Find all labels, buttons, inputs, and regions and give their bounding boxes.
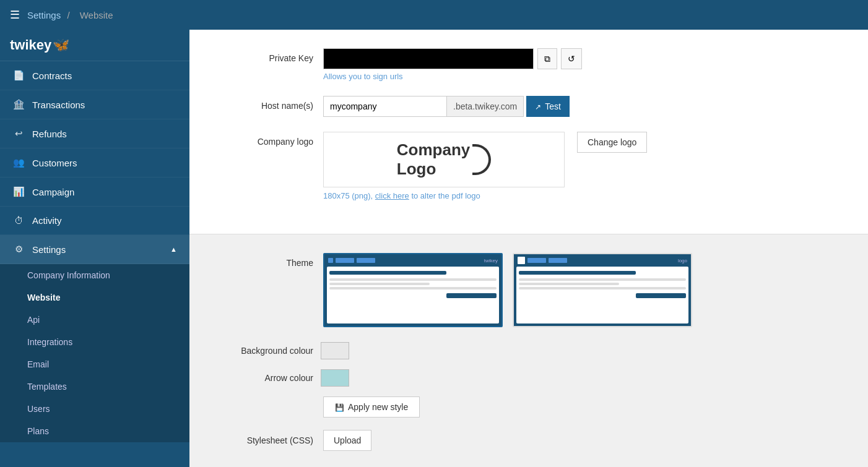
sidebar-logo: twikey 🦋 (0, 30, 189, 61)
theme-dot-1 (328, 258, 333, 263)
private-key-label: Private Key (214, 48, 313, 63)
sidebar-sub-plans[interactable]: Plans (0, 420, 189, 442)
contracts-icon: 📄 (12, 70, 25, 81)
stylesheet-row: Stylesheet (CSS) Upload (214, 430, 843, 451)
hostname-suffix: .beta.twikey.com (447, 96, 524, 117)
external-link-icon (535, 101, 541, 111)
breadcrumb: Settings / Website (27, 10, 117, 20)
refunds-icon: ↩ (12, 128, 25, 139)
bg-colour-label: Background colour (214, 346, 313, 356)
sidebar-item-customers[interactable]: 👥 Customers (0, 148, 189, 178)
sidebar-submenu: Company Information Website Api Integrat… (0, 264, 189, 442)
sidebar-sub-website[interactable]: Website (0, 286, 189, 309)
apply-new-style-button[interactable]: Apply new style (323, 396, 420, 418)
private-key-input[interactable] (323, 48, 534, 69)
arrow-colour-label: Arrow colour (214, 373, 313, 383)
theme-line-4 (519, 278, 686, 281)
theme-top-bar-2: logo (514, 254, 691, 267)
theme-top-bar-1: twikey (324, 254, 501, 267)
private-key-input-row (323, 48, 843, 69)
sidebar-item-label: Customers (32, 158, 77, 168)
theme-option-1[interactable]: twikey (323, 253, 503, 327)
sidebar-sub-templates[interactable]: Templates (0, 375, 189, 398)
main-content: Private Key Allows you to sign urls (189, 30, 868, 467)
theme-logo-text: twikey (484, 258, 498, 263)
sidebar-item-label: Activity (32, 215, 62, 226)
settings-arrow-icon: ▲ (170, 246, 177, 253)
sidebar-item-campaign[interactable]: 📊 Campaign (0, 178, 189, 207)
breadcrumb-separator: / (67, 10, 69, 20)
transactions-icon: 🏦 (12, 99, 25, 110)
breadcrumb-settings[interactable]: Settings (27, 10, 61, 20)
theme-line-3 (329, 287, 497, 289)
top-header: ☰ Settings / Website (0, 0, 868, 30)
sidebar-item-label: Transactions (32, 100, 85, 110)
hostname-input-row: .beta.twikey.com Test (323, 96, 843, 117)
website-form-section: Private Key Allows you to sign urls (189, 30, 868, 234)
theme-header-line-2 (519, 271, 636, 275)
hostname-test-button[interactable]: Test (526, 96, 570, 117)
hostname-row: Host name(s) .beta.twikey.com Test (214, 96, 843, 117)
background-colour-row: Background colour (214, 342, 843, 359)
copy-icon (544, 54, 550, 64)
hostname-label: Host name(s) (214, 96, 313, 111)
theme-btn-2 (636, 293, 686, 298)
sidebar-item-settings[interactable]: ⚙ Settings ▲ (0, 235, 189, 264)
sidebar-item-refunds[interactable]: ↩ Refunds (0, 119, 189, 148)
logo-tail-graphic (472, 144, 491, 175)
theme-body-2 (516, 267, 688, 323)
theme-header-line (329, 271, 446, 275)
apply-style-container: Apply new style (214, 396, 843, 418)
change-logo-button[interactable]: Change logo (577, 132, 647, 153)
theme-dot-white (518, 257, 525, 264)
breadcrumb-page: Website (80, 10, 113, 20)
arrow-colour-swatch[interactable] (321, 369, 349, 387)
theme-row: Theme twikey (214, 253, 843, 327)
theme-line-5 (519, 283, 619, 285)
sidebar-sub-email[interactable]: Email (0, 353, 189, 375)
hostname-control: .beta.twikey.com Test (323, 96, 843, 117)
sidebar-item-label: Contracts (32, 71, 72, 81)
css-label: Stylesheet (CSS) (214, 435, 313, 445)
sidebar-item-transactions[interactable]: 🏦 Transactions (0, 90, 189, 119)
sidebar: twikey 🦋 📄 Contracts 🏦 Transactions ↩ Re… (0, 30, 189, 467)
theme-line-1 (329, 278, 497, 281)
campaign-icon: 📊 (12, 186, 25, 197)
menu-icon[interactable]: ☰ (10, 8, 20, 22)
customers-icon: 👥 (12, 157, 25, 168)
save-icon (335, 402, 344, 412)
logo-hint-link[interactable]: click here (375, 191, 409, 200)
theme-body-1 (327, 267, 499, 323)
sidebar-sub-company-information[interactable]: Company Information (0, 264, 189, 286)
test-button-label: Test (545, 101, 561, 111)
arrow-colour-row: Arrow colour (214, 369, 843, 387)
settings-icon: ⚙ (12, 244, 25, 255)
company-logo-row: Company logo CompanyLogo 180x75 (png), c… (214, 132, 843, 200)
company-logo-label: Company logo (214, 132, 313, 147)
sidebar-item-label: Campaign (32, 187, 74, 197)
theme-dot-4 (527, 258, 546, 263)
logo-hint: 180x75 (png), click here to alter the pd… (323, 191, 565, 200)
sidebar-sub-integrations[interactable]: Integrations (0, 331, 189, 353)
theme-line-2 (329, 283, 430, 285)
logo-bird-icon: 🦋 (53, 37, 69, 53)
sidebar-sub-api[interactable]: Api (0, 309, 189, 331)
theme-dot-2 (336, 258, 354, 263)
copy-key-button[interactable] (537, 48, 557, 69)
logo-text: twikey (10, 37, 51, 53)
sidebar-sub-users[interactable]: Users (0, 398, 189, 420)
background-colour-swatch[interactable] (321, 342, 349, 359)
theme-line-6 (519, 287, 686, 289)
sidebar-item-contracts[interactable]: 📄 Contracts (0, 61, 189, 90)
sidebar-item-label: Refunds (32, 129, 67, 139)
theme-btn-1 (446, 293, 497, 298)
logo-area: CompanyLogo 180x75 (png), click here to … (323, 132, 647, 200)
refresh-key-button[interactable] (561, 48, 582, 69)
upload-css-button[interactable]: Upload (323, 430, 371, 451)
theme-option-2[interactable]: logo (513, 253, 692, 327)
private-key-help: Allows you to sign urls (323, 72, 843, 81)
theme-previews: twikey (323, 253, 692, 327)
sidebar-item-activity[interactable]: ⏱ Activity (0, 207, 189, 235)
hostname-input[interactable] (323, 96, 447, 117)
sidebar-item-label: Settings (32, 244, 66, 255)
